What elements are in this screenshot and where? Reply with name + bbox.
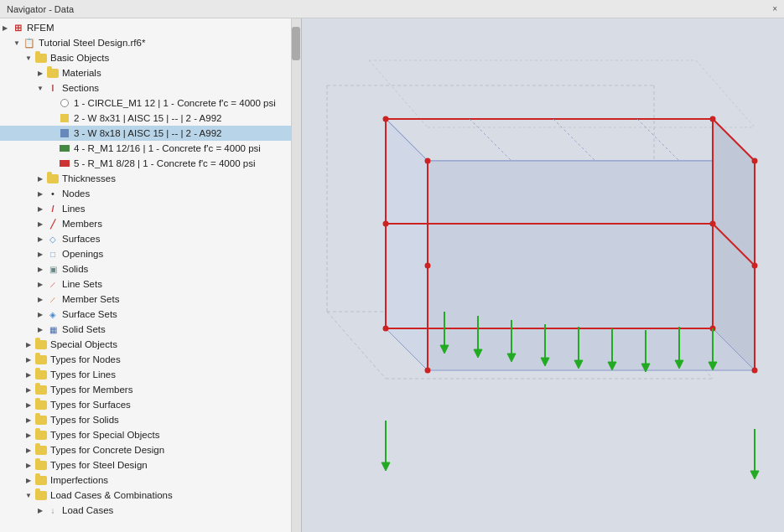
tree-icon	[34, 383, 49, 396]
tree-item-imperfections[interactable]: Imperfections	[0, 473, 301, 488]
tree-arrow[interactable]	[23, 401, 34, 409]
tree-icon: ▣	[45, 262, 60, 276]
tree-label: 3 - W 8x18 | AISC 15 | -- | 2 - A992	[74, 128, 221, 138]
svg-point-31	[752, 263, 758, 269]
tree-arrow[interactable]	[23, 416, 34, 424]
tree-arrow[interactable]	[35, 205, 45, 213]
tree-arrow[interactable]	[35, 175, 45, 183]
tree-item-sec2[interactable]: 2 - W 8x31 | AISC 15 | -- | 2 - A992	[0, 111, 301, 126]
tree-arrow[interactable]	[23, 356, 34, 364]
tree-icon: /	[45, 202, 60, 215]
tree-arrow[interactable]	[35, 281, 45, 288]
tree-label: Types for Members	[50, 385, 132, 395]
tree-arrow[interactable]	[35, 251, 45, 258]
tree-arrow[interactable]	[35, 266, 45, 273]
tree-item-types-solids[interactable]: Types for Solids	[0, 412, 301, 427]
tree-arrow[interactable]	[23, 477, 34, 484]
tree-arrow[interactable]	[35, 296, 45, 303]
tree-arrow[interactable]	[35, 311, 45, 318]
tree-label: Tutorial Steel Design.rf6*	[39, 38, 145, 48]
tree-container: ⊞ RFEM 📋 Tutorial Steel Design.rf6* Basi…	[0, 18, 301, 519]
tree-icon	[34, 413, 49, 426]
tree-item-sec5[interactable]: 5 - R_M1 8/28 | 1 - Concrete f'c = 4000 …	[0, 156, 301, 171]
tree-item-types-concrete[interactable]: Types for Concrete Design	[0, 442, 301, 457]
title-bar: Navigator - Data ×	[0, 0, 784, 18]
viewport-3d[interactable]	[302, 18, 784, 532]
tree-arrow[interactable]	[0, 24, 10, 32]
tree-icon: ╱	[45, 217, 60, 230]
tree-item-rfem[interactable]: ⊞ RFEM	[0, 20, 301, 35]
tree-arrow[interactable]	[35, 220, 45, 228]
tree-label: Types for Solids	[50, 415, 119, 425]
tree-item-types-lines[interactable]: Types for Lines	[0, 367, 301, 382]
tree-item-types-nodes[interactable]: Types for Nodes	[0, 352, 301, 367]
svg-point-27	[752, 158, 758, 164]
tree-label: Sections	[62, 83, 99, 93]
tree-item-sec4[interactable]: 4 - R_M1 12/16 | 1 - Concrete f'c = 4000…	[0, 141, 301, 156]
tree-arrow[interactable]	[23, 54, 34, 62]
tree-label: Types for Concrete Design	[50, 445, 164, 455]
svg-marker-14	[428, 161, 755, 370]
viewport-svg	[302, 18, 784, 532]
tree-item-sec3[interactable]: 3 - W 8x18 | AISC 15 | -- | 2 - A992	[0, 126, 301, 141]
tree-arrow[interactable]	[23, 447, 34, 454]
tree-item-project[interactable]: 📋 Tutorial Steel Design.rf6*	[0, 35, 301, 50]
tree-icon: ↓	[45, 504, 60, 517]
tree-arrow[interactable]	[35, 85, 45, 92]
tree-item-materials[interactable]: Materials	[0, 65, 301, 80]
tree-icon	[57, 142, 72, 155]
svg-point-32	[383, 326, 389, 332]
tree-arrow[interactable]	[23, 371, 34, 379]
tree-label: Types for Surfaces	[50, 400, 131, 410]
tree-label: Openings	[62, 249, 103, 259]
tree-icon	[34, 51, 49, 65]
title-bar-close[interactable]: ×	[772, 4, 777, 13]
tree-item-load-cases[interactable]: ↓ Load Cases	[0, 503, 301, 518]
tree-arrow[interactable]	[23, 341, 34, 349]
tree-arrow[interactable]	[23, 431, 34, 439]
tree-arrow[interactable]	[12, 39, 22, 47]
tree-item-types-special[interactable]: Types for Special Objects	[0, 427, 301, 442]
tree-icon: ◇	[45, 232, 60, 245]
tree-item-solids[interactable]: ▣ Solids	[0, 261, 301, 276]
tree-icon	[34, 488, 49, 502]
tree-item-types-steel[interactable]: Types for Steel Design	[0, 457, 301, 473]
tree-item-nodes[interactable]: • Nodes	[0, 186, 301, 201]
tree-arrow[interactable]	[35, 70, 45, 77]
tree-item-lines[interactable]: / Lines	[0, 201, 301, 216]
tree-arrow[interactable]	[35, 190, 45, 198]
tree-icon	[34, 398, 49, 411]
tree-arrow[interactable]	[35, 326, 45, 333]
scrollbar-thumb[interactable]	[292, 27, 300, 60]
tree-label: Types for Nodes	[50, 354, 121, 364]
tree-item-sections[interactable]: I Sections	[0, 80, 301, 96]
svg-point-25	[383, 116, 389, 122]
tree-arrow[interactable]	[35, 235, 45, 243]
tree-arrow[interactable]	[23, 462, 34, 469]
tree-item-types-members[interactable]: Types for Members	[0, 382, 301, 397]
tree-item-thicknesses[interactable]: Thicknesses	[0, 171, 301, 186]
tree-item-types-surfaces[interactable]: Types for Surfaces	[0, 397, 301, 412]
tree-label: Surfaces	[62, 234, 100, 244]
tree-item-line-sets[interactable]: ⟋ Line Sets	[0, 276, 301, 292]
main-content: ⊞ RFEM 📋 Tutorial Steel Design.rf6* Basi…	[0, 18, 784, 532]
tree-item-solid-sets[interactable]: ▦ Solid Sets	[0, 322, 301, 337]
tree-arrow[interactable]	[35, 507, 45, 514]
tree-item-surface-sets[interactable]: ◈ Surface Sets	[0, 307, 301, 322]
tree-item-basic-objects[interactable]: Basic Objects	[0, 50, 301, 65]
tree-arrow[interactable]	[23, 492, 34, 499]
tree-item-member-sets[interactable]: ⟋ Member Sets	[0, 292, 301, 307]
tree-item-members[interactable]: ╱ Members	[0, 216, 301, 231]
tree-item-openings[interactable]: □ Openings	[0, 246, 301, 261]
tree-icon	[34, 353, 49, 366]
scrollbar[interactable]	[291, 18, 301, 532]
tree-item-sec1[interactable]: 1 - CIRCLE_M1 12 | 1 - Concrete f'c = 40…	[0, 96, 301, 111]
tree-item-load-cases-combo[interactable]: Load Cases & Combinations	[0, 488, 301, 503]
tree-label: Imperfections	[50, 475, 108, 485]
tree-item-surfaces[interactable]: ◇ Surfaces	[0, 231, 301, 246]
tree-item-special-objects[interactable]: Special Objects	[0, 337, 301, 352]
tree-icon	[45, 172, 60, 185]
navigator-panel: ⊞ RFEM 📋 Tutorial Steel Design.rf6* Basi…	[0, 18, 302, 532]
tree-arrow[interactable]	[23, 386, 34, 394]
tree-icon: ⟋	[45, 277, 60, 291]
